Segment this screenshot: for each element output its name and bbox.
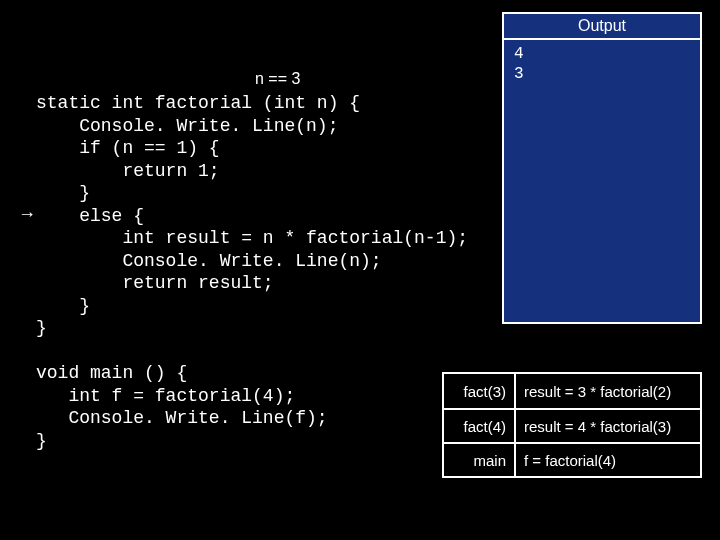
stack-row: fact(3) result = 3 * factorial(2) xyxy=(444,374,700,408)
factorial-code: static int factorial (int n) { Console. … xyxy=(36,92,468,340)
output-title: Output xyxy=(504,14,700,40)
slide-canvas: n == 3 → static int factorial (int n) { … xyxy=(0,0,720,540)
stack-frame-state: result = 4 * factorial(3) xyxy=(516,410,700,442)
stack-frame-name: fact(3) xyxy=(444,374,516,408)
stack-frame-name: main xyxy=(444,444,516,476)
stack-row: fact(4) result = 4 * factorial(3) xyxy=(444,408,700,442)
output-panel: Output 4 3 xyxy=(502,12,702,324)
call-stack-table: fact(3) result = 3 * factorial(2) fact(4… xyxy=(442,372,702,478)
output-body: 4 3 xyxy=(504,40,700,88)
stack-frame-state: f = factorial(4) xyxy=(516,444,700,476)
execution-arrow-icon: → xyxy=(18,204,36,225)
stack-frame-name: fact(4) xyxy=(444,410,516,442)
n-value-label: n == 3 xyxy=(255,70,300,88)
main-code: void main () { int f = factorial(4); Con… xyxy=(36,362,328,452)
stack-row: main f = factorial(4) xyxy=(444,442,700,476)
stack-frame-state: result = 3 * factorial(2) xyxy=(516,374,700,408)
